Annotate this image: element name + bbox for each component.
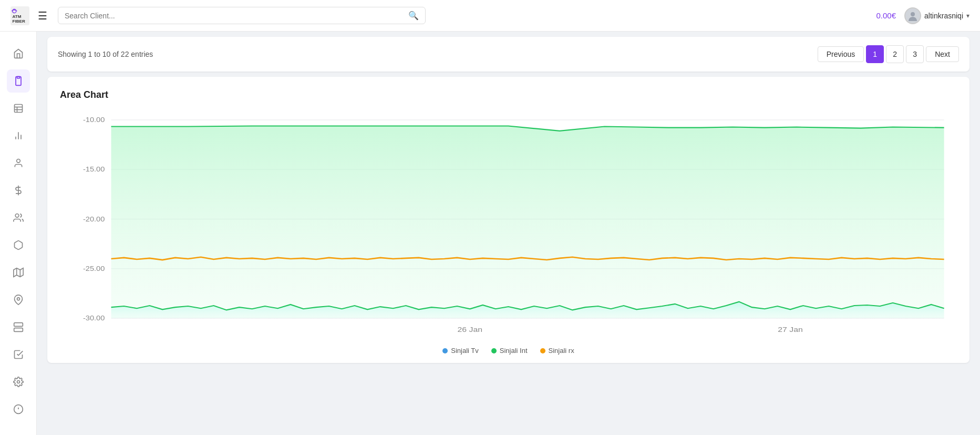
settings-icon bbox=[13, 377, 24, 387]
user-icon bbox=[13, 158, 24, 168]
svg-point-5 bbox=[911, 12, 915, 16]
info-icon bbox=[13, 404, 24, 414]
chart-svg: -10.00 -15.00 -20.00 -25.00 -30.00 bbox=[60, 109, 957, 340]
sidebar-item-home[interactable] bbox=[7, 42, 30, 65]
server-icon bbox=[13, 322, 24, 332]
users-icon bbox=[13, 213, 24, 223]
sidebar-item-users[interactable] bbox=[7, 206, 30, 229]
map-icon bbox=[13, 267, 24, 278]
logo: ATM FIBER bbox=[11, 6, 29, 25]
chart-area: -10.00 -15.00 -20.00 -25.00 -30.00 bbox=[60, 109, 957, 340]
svg-rect-21 bbox=[14, 323, 23, 327]
legend-dot-int bbox=[491, 348, 497, 353]
svg-point-20 bbox=[17, 298, 19, 300]
sidebar-item-dollar[interactable] bbox=[7, 179, 30, 202]
sidebar-item-bar-chart[interactable] bbox=[7, 124, 30, 147]
home-icon bbox=[13, 48, 24, 59]
svg-rect-22 bbox=[14, 328, 23, 332]
navbar: ATM FIBER ☰ 🔍 0.00€ altinkrasniqi ▾ bbox=[0, 0, 980, 32]
legend-dot-tv bbox=[442, 348, 448, 353]
check-icon bbox=[13, 349, 24, 360]
svg-point-25 bbox=[17, 381, 19, 383]
svg-text:-15.00: -15.00 bbox=[83, 166, 105, 173]
balance-display: 0.00€ bbox=[876, 11, 896, 20]
table-icon bbox=[13, 103, 24, 114]
sidebar-item-box[interactable] bbox=[7, 234, 30, 257]
sidebar-item-clipboard[interactable] bbox=[7, 69, 30, 93]
clipboard-icon bbox=[13, 76, 24, 86]
sidebar-item-table[interactable] bbox=[7, 97, 30, 120]
legend-label-rx: Sinjali rx bbox=[549, 347, 574, 355]
previous-button[interactable]: Previous bbox=[818, 46, 864, 62]
svg-text:-20.00: -20.00 bbox=[83, 216, 105, 223]
next-button[interactable]: Next bbox=[926, 46, 959, 62]
main-layout: Showing 1 to 10 of 22 entries Previous 1… bbox=[0, 32, 980, 435]
legend-label-int: Sinjali Int bbox=[500, 347, 528, 355]
avatar bbox=[904, 7, 921, 24]
svg-text:-25.00: -25.00 bbox=[83, 265, 105, 272]
sidebar-item-check[interactable] bbox=[7, 343, 30, 366]
search-bar[interactable]: 🔍 bbox=[58, 7, 426, 24]
svg-point-16 bbox=[15, 214, 19, 218]
username-label: altinkrasniqi bbox=[924, 12, 963, 20]
svg-text:ATM: ATM bbox=[13, 14, 22, 18]
svg-text:FIBER: FIBER bbox=[13, 18, 25, 23]
user-chevron-icon: ▾ bbox=[966, 12, 969, 19]
svg-text:26 Jan: 26 Jan bbox=[458, 326, 483, 333]
dollar-icon bbox=[13, 185, 24, 196]
legend-dot-rx bbox=[540, 348, 545, 353]
hamburger-icon[interactable]: ☰ bbox=[38, 9, 47, 22]
sidebar-item-settings[interactable] bbox=[7, 370, 30, 393]
page-1-button[interactable]: 1 bbox=[866, 45, 884, 63]
pagination-bar: Showing 1 to 10 of 22 entries Previous 1… bbox=[47, 37, 969, 72]
box-icon bbox=[13, 240, 24, 250]
sidebar-item-server[interactable] bbox=[7, 316, 30, 339]
sidebar-item-user[interactable] bbox=[7, 151, 30, 175]
navbar-right: 0.00€ altinkrasniqi ▾ bbox=[876, 7, 969, 24]
pagination-controls: Previous 1 2 3 Next bbox=[818, 45, 959, 63]
svg-point-14 bbox=[16, 159, 20, 163]
svg-text:-10.00: -10.00 bbox=[83, 116, 105, 124]
sidebar-item-info[interactable] bbox=[7, 398, 30, 421]
content-area: Showing 1 to 10 of 22 entries Previous 1… bbox=[37, 32, 980, 435]
sidebar bbox=[0, 32, 37, 435]
sidebar-item-location[interactable] bbox=[7, 288, 30, 311]
legend-sinjali-rx: Sinjali rx bbox=[540, 347, 574, 355]
pagination-info: Showing 1 to 10 of 22 entries bbox=[58, 50, 153, 58]
bar-chart-icon bbox=[13, 130, 24, 141]
page-2-button[interactable]: 2 bbox=[886, 45, 904, 63]
chart-card: Area Chart bbox=[47, 77, 969, 363]
legend-sinjali-int: Sinjali Int bbox=[491, 347, 528, 355]
page-3-button[interactable]: 3 bbox=[906, 45, 924, 63]
svg-text:27 Jan: 27 Jan bbox=[778, 326, 803, 333]
search-input[interactable] bbox=[65, 12, 404, 20]
legend-label-tv: Sinjali Tv bbox=[451, 347, 479, 355]
svg-text:-30.00: -30.00 bbox=[83, 315, 105, 322]
user-menu[interactable]: altinkrasniqi ▾ bbox=[904, 7, 969, 24]
search-icon: 🔍 bbox=[408, 11, 419, 21]
chart-title: Area Chart bbox=[60, 89, 957, 100]
logo-icon: ATM FIBER bbox=[11, 6, 29, 25]
legend-sinjali-tv: Sinjali Tv bbox=[442, 347, 479, 355]
svg-marker-17 bbox=[13, 268, 23, 277]
location-icon bbox=[13, 295, 24, 305]
sidebar-item-map[interactable] bbox=[7, 261, 30, 284]
avatar-icon bbox=[905, 8, 920, 23]
chart-legend: Sinjali Tv Sinjali Int Sinjali rx bbox=[60, 347, 957, 355]
svg-rect-7 bbox=[14, 105, 22, 113]
